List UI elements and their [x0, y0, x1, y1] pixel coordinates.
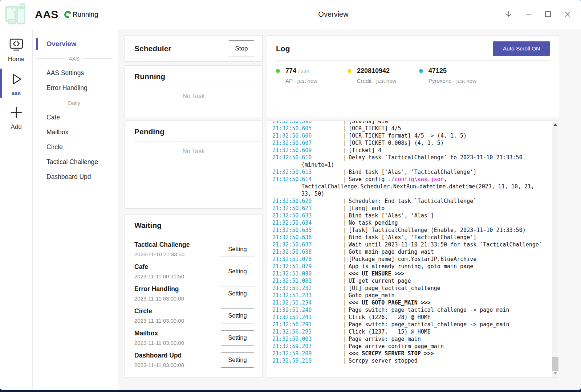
log-timestamp: 21:32:50.598 [301, 121, 341, 125]
scheduler-title: Scheduler [134, 44, 171, 53]
log-line: INFO21:32:50.636|Bind task ['Alas', 'Tac… [272, 234, 546, 241]
task-setting-button[interactable]: Setting [221, 352, 254, 368]
nav-section-label: AAS [69, 56, 80, 62]
log-separator: | [343, 321, 346, 328]
pending-card: Pending No Task [125, 121, 263, 209]
log-line: INFO21:32:51.240|Page switch: page_tacti… [272, 306, 546, 314]
nav-item-mailbox[interactable]: Mailbox [33, 125, 118, 140]
log-line: INFO21:32:56.293|Click (1237, 15) @ HOME [272, 328, 546, 335]
log-message: ./config\aas.json [388, 176, 444, 183]
log-timestamp: 21:32:50.634 [301, 219, 341, 226]
rail-item-label: Add [11, 123, 21, 131]
log-message: UI get current page [349, 278, 411, 284]
log-separator: | [343, 307, 346, 313]
log-timestamp: 21:32:50.613 [301, 168, 341, 176]
close-button[interactable] [561, 8, 574, 21]
log-line: INFO21:32:50.605|[OCR_TICKET] 4/5 [272, 125, 546, 132]
arrow-down-button[interactable] [503, 8, 515, 21]
log-line: INFO21:32:50.614|Save config ./config\aa… [272, 176, 546, 197]
auto-scroll-toggle[interactable]: Auto Scroll ON [493, 41, 550, 56]
log-timestamp: 21:32:51.079 [301, 263, 341, 270]
stat-label: AP - just now [285, 78, 348, 84]
stat-ap: 774/ 234AP - just now [276, 67, 348, 84]
log-message: Bind task ['Alas', 'TacticalChallenge'] [349, 169, 476, 175]
log-line: INFO21:32:50.613|Bind task ['Alas', 'Tac… [272, 168, 546, 176]
log-timestamp: 21:32:50.621 [301, 205, 341, 212]
log-message: App is already running, goto main page [349, 263, 473, 270]
scroll-up-arrow-icon[interactable] [553, 123, 557, 126]
nav-menu: OverviewAASAAS SettingsError HandlingDai… [33, 29, 118, 390]
nav-item-tactical-challenge[interactable]: Tactical Challenge [33, 155, 118, 170]
waiting-task-list: Tactical Challenge2023-11-10 21:33:50Set… [125, 235, 262, 371]
log-message: <<< UI ENSURE >>> [349, 270, 405, 277]
task-setting-button[interactable]: Setting [221, 330, 254, 346]
log-line: INFO21:32:51.080|<<< UI ENSURE >>> [272, 270, 546, 277]
nav-item-cafe[interactable]: Cafe [33, 110, 118, 125]
app-logo-devices-icon [3, 3, 31, 26]
minimize-button[interactable] [522, 8, 535, 21]
divider-line [83, 58, 113, 59]
rail-item-label: Home [8, 56, 24, 63]
waiting-task-info: Cafe2023-11-11 00:31:50 [134, 263, 184, 279]
log-message: Bind task ['Alas', 'TacticalChallenge'] [349, 234, 476, 241]
log-line: INFO21:32:51.233|Goto page_main [272, 292, 546, 299]
task-next-run: 2023-11-10 21:33:50 [134, 251, 190, 257]
stat-total: / 234 [298, 69, 309, 74]
running-card: Running No Task [125, 65, 263, 118]
page-title: Overview [318, 10, 348, 19]
divider-line [84, 103, 113, 103]
maximize-button[interactable] [542, 8, 554, 21]
stat-dot-icon [348, 69, 352, 73]
log-timestamp: 21:32:51.234 [301, 299, 341, 306]
log-message: <<< UI GOTO PAGE_MAIN >>> [349, 299, 431, 306]
task-setting-button[interactable]: Setting [221, 242, 254, 257]
log-message: Click (1237, 15) @ HOME [349, 328, 431, 335]
waiting-card: Waiting Tactical Challenge2023-11-10 21:… [125, 214, 263, 377]
stat-pyroxene: 47125Pyroxene - just now [419, 67, 491, 84]
log-message: Page switch: page_tactical_challenge -> … [349, 307, 509, 313]
log-title: Log [276, 44, 290, 53]
task-name: Cafe [134, 263, 184, 271]
log-separator: | [343, 205, 346, 212]
divider-line [36, 103, 64, 103]
rail-item-add[interactable]: Add [0, 101, 32, 135]
log-separator: | [343, 154, 346, 161]
log-message: [Ticket] 4 [349, 147, 381, 154]
pending-title: Pending [134, 127, 164, 136]
log-separator: | [343, 198, 346, 204]
divider [134, 141, 262, 142]
plus-icon [9, 105, 24, 122]
stop-button[interactable]: Stop [229, 40, 254, 57]
nav-item-dashboard-upd[interactable]: Dashboard Upd [33, 170, 118, 184]
waiting-task-info: Mailbox2023-11-11 03:00:00 [134, 330, 184, 346]
log-separator: | [343, 270, 346, 277]
log-timestamp: 21:32:51.080 [301, 270, 341, 277]
dashboard-stats: 774/ 234AP - just now220810942Credit - j… [276, 67, 550, 84]
log-line: INFO21:32:51.081|UI get current page [272, 277, 546, 285]
log-separator: | [343, 121, 346, 124]
task-setting-button[interactable]: Setting [221, 308, 254, 323]
task-setting-button[interactable]: Setting [221, 286, 254, 301]
rail-item-aas[interactable]: aas [0, 67, 32, 101]
log-line: INFO21:32:51.241|Click (1226, 28) @ HOME [272, 314, 546, 321]
nav-item-error-handling[interactable]: Error Handling [33, 81, 118, 95]
log-separator: | [343, 234, 346, 241]
log-timestamp: 21:32:56.291 [301, 321, 341, 328]
log-timestamp: 21:32:50.620 [301, 197, 341, 205]
log-message: <<< SCRCPY SERVER STOP >>> [349, 350, 434, 357]
task-name: Mailbox [134, 330, 184, 337]
log-scrollbar[interactable] [552, 121, 558, 377]
log-timestamp: 21:32:59.001 [301, 335, 341, 343]
rail-item-home[interactable]: Home [0, 33, 32, 67]
log-timestamp: 21:32:50.614 [301, 176, 341, 183]
task-setting-button[interactable]: Setting [221, 264, 254, 279]
nav-item-circle[interactable]: Circle [33, 140, 118, 155]
scroll-down-arrow-icon[interactable] [553, 372, 557, 375]
scrollbar-thumb[interactable] [552, 357, 558, 371]
task-next-run: 2023-11-11 00:31:50 [134, 273, 184, 279]
nav-item-overview[interactable]: Overview [33, 36, 118, 51]
log-timestamp: 21:32:51.232 [301, 285, 341, 292]
log-line: INFO21:32:50.598|[Status] WIN [272, 121, 546, 125]
nav-item-aas-settings[interactable]: AAS Settings [33, 66, 118, 81]
log-line: INFO21:32:56.291|Page switch: page_tacti… [272, 321, 546, 328]
